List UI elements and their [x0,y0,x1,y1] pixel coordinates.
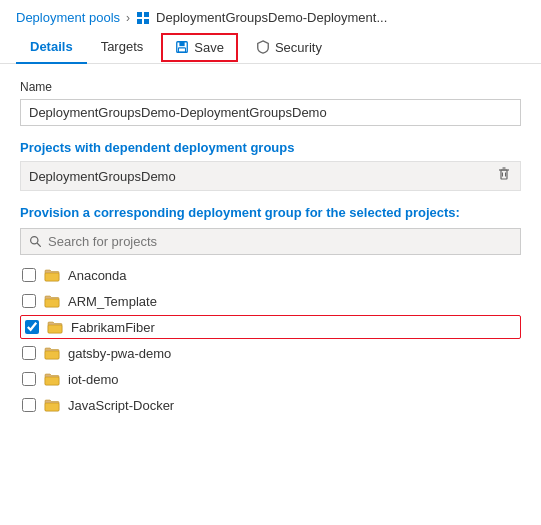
breadcrumb-link[interactable]: Deployment pools [16,10,120,25]
breadcrumb: Deployment pools › DeploymentGroupsDemo-… [0,0,541,31]
dependent-project-name: DeploymentGroupsDemo [29,169,176,184]
security-tab-label: Security [275,40,322,55]
checkbox-row: gatsby-pwa-demo [20,341,521,365]
deployment-pool-icon [136,11,150,25]
svg-point-12 [31,237,38,244]
svg-rect-17 [45,351,59,359]
provision-section: Provision a corresponding deployment gro… [20,205,521,417]
project-name: JavaScript-Docker [68,398,174,413]
search-input[interactable] [48,234,512,249]
project-name: Anaconda [68,268,127,283]
project-name: FabrikamFiber [71,320,155,335]
save-icon [175,40,189,54]
project-name: ARM_Template [68,294,157,309]
dependent-projects-section: Projects with dependent deployment group… [20,140,521,191]
main-content: Name Projects with dependent deployment … [0,64,541,433]
svg-line-13 [38,244,41,247]
tab-targets[interactable]: Targets [87,31,158,64]
svg-rect-0 [137,12,142,17]
project-checkbox-p4[interactable] [22,346,36,360]
project-name: iot-demo [68,372,119,387]
folder-icon [44,267,60,283]
svg-rect-18 [45,377,59,385]
svg-rect-19 [45,403,59,411]
folder-icon [47,319,63,335]
breadcrumb-separator: › [126,11,130,25]
folder-icon [44,397,60,413]
svg-rect-7 [501,170,507,179]
search-icon [29,235,42,248]
project-checkbox-p2[interactable] [22,294,36,308]
checkbox-row: ARM_Template [20,289,521,313]
svg-rect-2 [137,19,142,24]
shield-icon [256,40,270,54]
save-label: Save [194,40,224,55]
svg-rect-1 [144,12,149,17]
checkbox-row: Anaconda [20,263,521,287]
provision-label: Provision a corresponding deployment gro… [20,205,521,220]
svg-rect-14 [45,273,59,281]
name-input[interactable] [20,99,521,126]
project-checkbox-p6[interactable] [22,398,36,412]
svg-rect-16 [48,325,62,333]
project-checkbox-p1[interactable] [22,268,36,282]
project-checkbox-list: Anaconda ARM_Template FabrikamFiber gats… [20,263,521,417]
folder-icon [44,371,60,387]
tabs-bar: Details Targets Save Security [0,31,541,64]
project-checkbox-p3[interactable] [25,320,39,334]
tab-details[interactable]: Details [16,31,87,64]
name-field-group: Name [20,80,521,126]
project-checkbox-p5[interactable] [22,372,36,386]
search-box [20,228,521,255]
folder-icon [44,293,60,309]
project-name: gatsby-pwa-demo [68,346,171,361]
delete-project-button[interactable] [496,166,512,186]
tab-security[interactable]: Security [242,32,336,63]
dependent-project-row: DeploymentGroupsDemo [20,161,521,191]
checkbox-row: JavaScript-Docker [20,393,521,417]
dependent-projects-label: Projects with dependent deployment group… [20,140,521,155]
breadcrumb-current: DeploymentGroupsDemo-Deployment... [156,10,387,25]
svg-rect-3 [144,19,149,24]
svg-rect-5 [180,42,185,46]
svg-rect-15 [45,299,59,307]
checkbox-row: iot-demo [20,367,521,391]
trash-icon [496,166,512,182]
save-button[interactable]: Save [161,33,238,62]
folder-icon [44,345,60,361]
checkbox-row: FabrikamFiber [20,315,521,339]
name-label: Name [20,80,521,94]
